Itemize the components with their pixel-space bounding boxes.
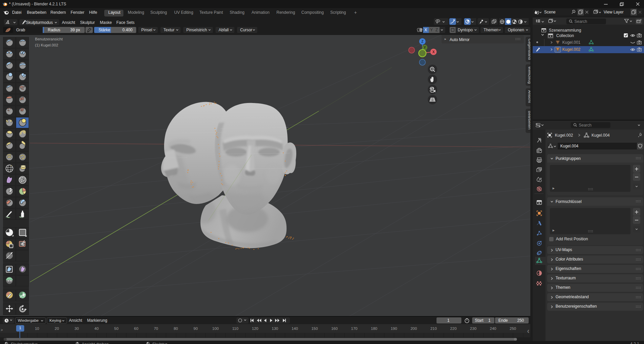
svg-text:Y: Y xyxy=(424,46,426,49)
svg-text:Z: Z xyxy=(421,40,423,43)
svg-text:X: X xyxy=(432,50,435,54)
